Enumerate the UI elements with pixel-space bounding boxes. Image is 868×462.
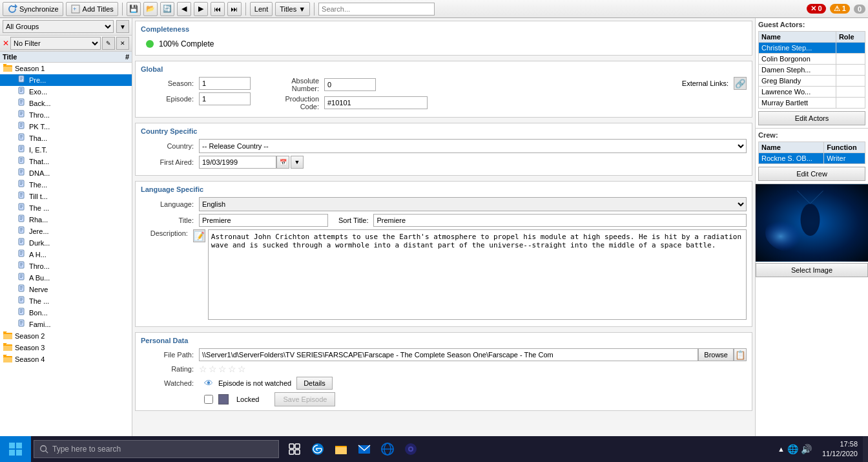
copy-path-btn[interactable]: 📋 <box>734 348 747 361</box>
locked-checkbox[interactable] <box>204 395 213 404</box>
tree-item[interactable]: Season 4 <box>0 353 132 365</box>
tree-item[interactable]: Season 2 <box>0 330 132 342</box>
titles-button[interactable]: Titles ▼ <box>275 2 310 16</box>
toolbar-btn-4[interactable]: ◀ <box>177 2 191 16</box>
tree-item[interactable]: The ... <box>0 295 132 307</box>
filter-select[interactable]: No Filter <box>10 37 101 50</box>
tree-item[interactable]: Thro... <box>0 109 132 121</box>
first-aired-input[interactable] <box>199 156 276 169</box>
save-episode-button[interactable]: Save Episode <box>274 392 335 406</box>
ie-btn[interactable] <box>377 439 398 459</box>
tree-item[interactable]: A Bu... <box>0 272 132 284</box>
browse-button[interactable]: Browse <box>698 348 734 361</box>
tree-item[interactable]: Jere... <box>0 226 132 237</box>
tree-item[interactable]: Rha... <box>0 214 132 226</box>
episode-input[interactable] <box>199 92 251 105</box>
external-links-btn[interactable]: 🔗 <box>734 77 747 90</box>
toolbar-btn-3[interactable]: 🔄 <box>160 2 174 16</box>
toolbar-btn-7[interactable]: ⏭ <box>227 2 242 16</box>
description-icon-btn[interactable]: 📝 <box>193 229 205 242</box>
tree-item[interactable]: Season 3 <box>0 342 132 353</box>
episode-icon <box>18 296 27 306</box>
tree-item[interactable]: Nerve <box>0 284 132 295</box>
toolbar-btn-6[interactable]: ⏮ <box>211 2 225 16</box>
add-titles-button[interactable]: + Add Titles <box>66 2 118 16</box>
svg-rect-51 <box>20 206 23 207</box>
actor-row[interactable]: Greg Blandy <box>759 76 865 87</box>
star-4[interactable]: ☆ <box>228 364 236 374</box>
tree-item[interactable]: A H... <box>0 249 132 260</box>
crew-row[interactable]: Rockne S. OB...Writer <box>759 153 865 164</box>
details-button[interactable]: Details <box>296 377 333 390</box>
actor-row[interactable]: Christine Step... <box>759 43 865 54</box>
star-rating[interactable]: ☆ ☆ ☆ ☆ ☆ <box>199 364 246 374</box>
tree-item[interactable]: Durk... <box>0 237 132 249</box>
tree-item[interactable]: DNA... <box>0 167 132 179</box>
tree-item[interactable]: Till t... <box>0 191 132 202</box>
tree-item[interactable]: Back... <box>0 98 132 109</box>
toolbar-btn-1[interactable]: 💾 <box>127 2 141 16</box>
svg-rect-14 <box>20 100 23 101</box>
tree-item[interactable]: Bon... <box>0 307 132 319</box>
start-button[interactable] <box>0 436 31 462</box>
tree-item[interactable]: PK T... <box>0 121 132 132</box>
actor-name-cell: Greg Blandy <box>759 76 836 87</box>
date-dropdown-btn[interactable]: ▼ <box>291 156 304 169</box>
title-input[interactable] <box>199 214 328 227</box>
svg-rect-84 <box>20 300 22 301</box>
filter-edit-btn[interactable]: ✎ <box>102 37 115 50</box>
svg-rect-78 <box>20 286 23 287</box>
col-role-header: Role <box>836 32 865 43</box>
country-select[interactable]: -- Release Country -- <box>199 139 747 153</box>
edit-actors-button[interactable]: Edit Actors <box>758 111 865 125</box>
select-image-button[interactable]: Select Image <box>756 263 868 277</box>
sort-title-input[interactable] <box>373 214 747 227</box>
tree-col-title: Title <box>3 53 110 61</box>
season-input[interactable] <box>199 77 251 90</box>
svg-rect-43 <box>20 183 23 184</box>
tree-item[interactable]: That... <box>0 156 132 167</box>
star-1[interactable]: ☆ <box>199 364 207 374</box>
absolute-number-input[interactable] <box>324 78 376 91</box>
edit-crew-button[interactable]: Edit Crew <box>758 167 865 181</box>
tree-item[interactable]: The... <box>0 179 132 191</box>
actor-row[interactable]: Lawrence Wo... <box>759 87 865 98</box>
tree-item[interactable]: I, E.T. <box>0 144 132 156</box>
tree-item[interactable]: Tha... <box>0 132 132 144</box>
actor-row[interactable]: Murray Bartlett <box>759 98 865 109</box>
tree-item[interactable]: Thro... <box>0 260 132 272</box>
toolbar-btn-2[interactable]: 📂 <box>143 2 158 16</box>
date-picker-btn[interactable]: 📅 <box>276 156 289 169</box>
tree-item[interactable]: Pre... <box>0 74 132 86</box>
star-5[interactable]: ☆ <box>238 364 246 374</box>
media-btn[interactable] <box>400 439 421 459</box>
actor-row[interactable]: Colin Borgonon <box>759 54 865 65</box>
tree-item[interactable]: Fami... <box>0 319 132 330</box>
filter-clear-btn[interactable]: ✕ <box>116 37 129 50</box>
tree-item[interactable]: Exo... <box>0 86 132 98</box>
edge-btn[interactable] <box>307 439 328 459</box>
toolbar-search-input[interactable] <box>318 3 435 16</box>
file-explorer-btn[interactable] <box>331 439 351 459</box>
task-view-btn[interactable] <box>284 439 305 459</box>
mail-btn[interactable] <box>354 439 375 459</box>
file-path-input[interactable] <box>199 348 698 361</box>
description-textarea[interactable]: Astronaut John Crichton attempts to use … <box>208 229 747 320</box>
group-expand-btn[interactable]: ▼ <box>116 20 129 33</box>
tree-item[interactable]: The ... <box>0 202 132 214</box>
production-code-input[interactable] <box>324 96 428 109</box>
star-3[interactable]: ☆ <box>218 364 227 374</box>
svg-rect-116 <box>335 447 347 454</box>
star-2[interactable]: ☆ <box>209 364 217 374</box>
group-select[interactable]: All Groups <box>3 20 114 33</box>
tree-item[interactable]: Season 1 <box>0 63 132 74</box>
lent-button[interactable]: Lent <box>250 2 273 16</box>
taskbar-search[interactable]: Type here to search <box>34 440 279 458</box>
sync-button[interactable]: Synchronize <box>3 2 63 16</box>
show-desktop-btn[interactable] <box>863 436 868 462</box>
language-select[interactable]: English <box>199 197 747 211</box>
toolbar-btn-5[interactable]: ▶ <box>194 2 208 16</box>
tray-caret-icon[interactable]: ▲ <box>778 445 785 453</box>
actor-name-cell: Damen Steph... <box>759 65 836 76</box>
actor-row[interactable]: Damen Steph... <box>759 65 865 76</box>
